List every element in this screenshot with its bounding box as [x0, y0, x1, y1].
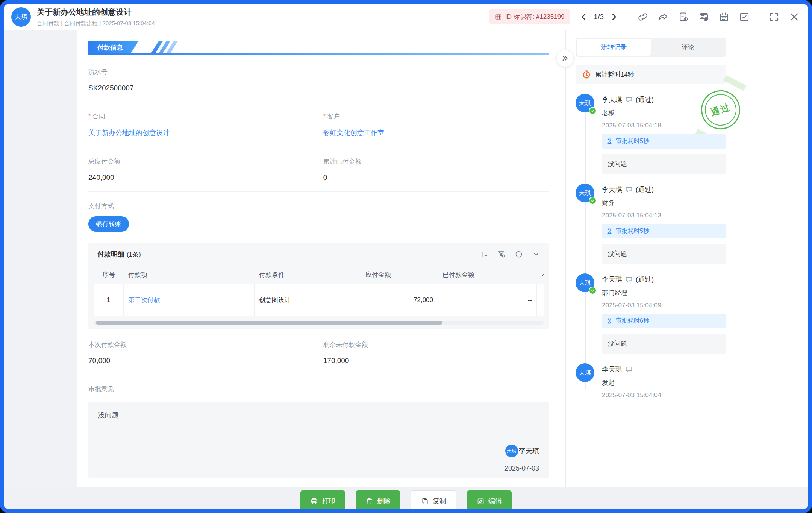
- total-payable-value: 240,000: [88, 173, 323, 182]
- opinion-label: 审批意见: [88, 385, 549, 393]
- comment-bubble-icon[interactable]: [625, 276, 633, 283]
- action-bar: 打印 删除 复制 编辑: [4, 487, 808, 509]
- expand-icon[interactable]: [514, 250, 523, 259]
- opinion-author: 李天琪: [519, 446, 539, 455]
- customer-link[interactable]: 彩虹文化创意工作室: [323, 128, 384, 137]
- window-frame: 天琪 关于新办公地址的创意设计 合同付款 | 合同付款流程 | 2025-07-…: [0, 0, 812, 513]
- next-record-button[interactable]: [609, 12, 619, 22]
- scrollbar-thumb[interactable]: [96, 321, 442, 325]
- col-payable: 应付金额: [361, 265, 438, 284]
- collapse-table-icon[interactable]: [532, 250, 541, 259]
- initiator-action: 发起: [602, 378, 726, 387]
- copy-icon: [421, 497, 429, 505]
- col-paid: 已付款金额: [438, 265, 537, 284]
- duration-label: 审批耗时5秒: [616, 137, 649, 145]
- link-icon[interactable]: [637, 11, 648, 23]
- avatar: 天琪: [11, 7, 31, 27]
- divider: [759, 12, 759, 22]
- timeline-entry: 天琪 李天琪 (通过) 部门经理 2025-07-03 15:04:09 审批耗…: [576, 275, 726, 354]
- stopwatch-icon: [582, 70, 591, 79]
- breadcrumb: 合同付款 | 合同付款流程 | 2025-07-03 15:04:04: [37, 20, 155, 27]
- duration-label: 审批耗时6秒: [616, 317, 649, 325]
- print-button-label: 打印: [322, 496, 335, 505]
- text-size-icon[interactable]: [480, 250, 489, 259]
- section-ribbon: 付款信息: [88, 41, 549, 55]
- col-item: 付款项: [124, 265, 255, 284]
- comment-bubble-icon[interactable]: [625, 366, 633, 373]
- approve-time: 2025-07-03 15:04:18: [602, 122, 726, 129]
- sidebar: 流转记录 评论 累计耗时14秒 通过 天琪: [566, 30, 808, 487]
- detail-title: 付款明细: [97, 250, 124, 259]
- fullscreen-icon[interactable]: [768, 11, 780, 23]
- divider: [628, 12, 628, 22]
- col-current: 本次付款: [537, 265, 544, 284]
- pay-method-label: 支付方式: [88, 202, 549, 210]
- document-settings-icon[interactable]: [678, 11, 689, 23]
- pager-label: 1/3: [594, 13, 604, 21]
- close-icon[interactable]: [789, 11, 800, 23]
- cell-item-link[interactable]: 第二次付款: [124, 284, 255, 316]
- edit-button-label: 编辑: [488, 496, 502, 505]
- task-check-icon[interactable]: [739, 11, 750, 23]
- total-payable-label: 总应付金额: [88, 157, 323, 166]
- approver-role: 部门经理: [602, 288, 726, 297]
- body: 付款信息 流水号 SK202500007 *合同 关于新办公地址的创意设计 *客…: [4, 30, 808, 487]
- print-button[interactable]: 打印: [300, 490, 345, 509]
- total-time-bar: 累计耗时14秒: [576, 65, 726, 84]
- edit-button[interactable]: 编辑: [467, 490, 512, 509]
- comment-bubble-icon[interactable]: [625, 186, 633, 193]
- approve-status: (通过): [636, 275, 654, 284]
- initiator-name: 李天琪: [602, 365, 622, 374]
- approve-comment: 没问题: [602, 334, 726, 354]
- payment-detail-card: 付款明细 (1条) 序号 付款项 付款条件 应付金额: [88, 243, 549, 329]
- timeline-entry: 天琪 李天琪 (通过) 财务 2025-07-03 15:04:13 审批耗时5…: [576, 185, 726, 264]
- flow-timeline: 天琪 李天琪 (通过) 老板 2025-07-03 15:04:18 审批耗时5…: [576, 95, 726, 410]
- comment-bubble-icon[interactable]: [625, 96, 633, 103]
- tab-comments[interactable]: 评论: [651, 39, 726, 56]
- contract-label: 合同: [92, 113, 105, 120]
- divider: [88, 191, 549, 192]
- filter-icon[interactable]: [497, 250, 506, 259]
- copy-button-label: 复制: [433, 496, 446, 505]
- printer-icon: [310, 497, 318, 505]
- current-amount-value: 70,000: [88, 357, 323, 365]
- approved-check-icon: [589, 197, 597, 205]
- hourglass-icon: [606, 318, 613, 324]
- section-title: 付款信息: [88, 41, 139, 55]
- table-header-row: 序号 付款项 付款条件 应付金额 已付款金额 本次付款: [94, 265, 544, 284]
- table-row: 1 第二次付款 创意图设计 72,000 --: [94, 284, 544, 316]
- duration-pill: 审批耗时6秒: [602, 314, 726, 328]
- approve-status: (通过): [636, 185, 654, 194]
- hourglass-icon: [606, 138, 613, 144]
- col-no: 序号: [94, 265, 124, 284]
- delete-button[interactable]: 删除: [356, 490, 400, 509]
- collapse-sidebar-button[interactable]: [556, 50, 574, 67]
- prev-record-button[interactable]: [579, 12, 589, 22]
- calendar-icon[interactable]: [718, 11, 730, 23]
- timeline-entry: 天琪 李天琪 发起 2025-07-03 15:04:04: [576, 365, 726, 399]
- id-badge: ID 标识符: #1235199: [489, 9, 570, 24]
- total-time-label: 累计耗时14秒: [595, 70, 634, 79]
- header-titles: 关于新办公地址的创意设计 合同付款 | 合同付款流程 | 2025-07-03 …: [37, 7, 155, 27]
- approve-comment: 没问题: [602, 154, 726, 174]
- contract-link[interactable]: 关于新办公地址的创意设计: [88, 128, 170, 137]
- avatar: 天琪: [576, 363, 594, 382]
- serial-label: 流水号: [88, 68, 549, 76]
- cell-no: 1: [94, 284, 124, 316]
- horizontal-scrollbar[interactable]: [94, 321, 544, 325]
- approver-role: 老板: [602, 109, 726, 117]
- left-gutter: [4, 30, 77, 487]
- copy-button[interactable]: 复制: [411, 490, 456, 509]
- cell-paid: --: [438, 284, 537, 316]
- approve-comment: 没问题: [602, 244, 726, 264]
- tab-flow-record[interactable]: 流转记录: [577, 39, 651, 56]
- share-icon[interactable]: [657, 11, 669, 23]
- customer-label: 客户: [327, 113, 340, 120]
- duration-pill: 审批耗时5秒: [602, 134, 726, 149]
- receipt-settings-icon[interactable]: [698, 11, 709, 23]
- approve-time: 2025-07-03 15:04:13: [602, 212, 726, 219]
- opinion-comment: 没问题: [98, 411, 539, 420]
- approve-time: 2025-07-03 15:04:09: [602, 302, 726, 309]
- trash-icon: [365, 497, 373, 505]
- edit-icon: [477, 497, 485, 505]
